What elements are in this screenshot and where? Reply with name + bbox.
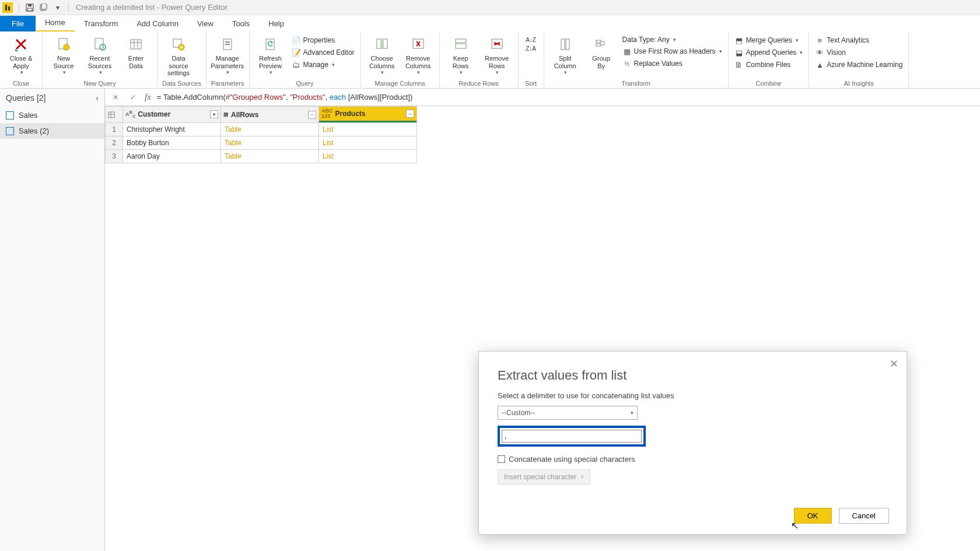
- svg-point-8: [64, 44, 69, 50]
- query-item-sales-2[interactable]: Sales (2): [0, 123, 104, 139]
- ribbon-group-sort: A↓Z Z↓A Sort: [519, 31, 544, 88]
- split-column-icon: [556, 35, 575, 54]
- replace-values-button[interactable]: ½Replace Values: [621, 58, 723, 69]
- merge-icon: ⬒: [734, 36, 744, 45]
- svg-point-17: [180, 46, 183, 48]
- table-row[interactable]: 1 Christopher Wright Table List: [106, 123, 417, 136]
- queries-header: Queries [2]: [6, 93, 46, 103]
- manage-button[interactable]: 🗂Manage: [290, 59, 356, 70]
- svg-rect-23: [380, 39, 384, 48]
- separator: [19, 3, 19, 12]
- custom-delimiter-highlight: [498, 426, 646, 447]
- col-header-products[interactable]: ABC123 Products ↔: [319, 107, 417, 123]
- combine-files-button[interactable]: 🗎Combine Files: [733, 59, 804, 70]
- tab-view[interactable]: View: [188, 16, 223, 31]
- close-icon[interactable]: ✕: [890, 357, 898, 370]
- filter-dropdown-icon[interactable]: ▾: [210, 110, 218, 118]
- extract-values-dialog: ✕ Extract values from list Select a deli…: [478, 351, 907, 535]
- properties-button[interactable]: 📄Properties: [290, 35, 356, 45]
- enter-data-button[interactable]: Enter Data: [120, 34, 152, 69]
- tab-add-column[interactable]: Add Column: [127, 16, 188, 31]
- vision-button[interactable]: 👁Vision: [814, 47, 904, 58]
- close-apply-icon: [12, 35, 30, 54]
- split-column-button[interactable]: Split Column: [549, 34, 582, 75]
- svg-rect-4: [27, 8, 32, 11]
- remove-columns-button[interactable]: Remove Columns: [402, 34, 435, 75]
- save-icon[interactable]: [24, 2, 36, 13]
- expand-icon[interactable]: ↔: [406, 110, 414, 118]
- table-row[interactable]: 2 Bobby Burton Table List: [106, 136, 417, 150]
- merge-queries-button[interactable]: ⬒Merge Queries: [733, 35, 804, 45]
- remove-columns-icon: [409, 35, 428, 54]
- refresh-icon: [261, 35, 280, 54]
- remove-rows-button[interactable]: Remove Rows: [481, 34, 513, 75]
- append-queries-button[interactable]: ⬓Append Queries: [733, 47, 804, 58]
- ribbon-group-reduce-rows: Keep Rows Remove Rows Reduce Rows: [440, 31, 519, 88]
- svg-rect-9: [95, 38, 103, 49]
- cancel-button[interactable]: Cancel: [839, 508, 889, 524]
- svg-rect-26: [456, 42, 466, 44]
- text-analytics-button[interactable]: ≡Text Analytics: [814, 35, 904, 45]
- qat-dropdown-icon[interactable]: ▾: [52, 2, 64, 13]
- svg-rect-1: [8, 6, 10, 10]
- type-text-icon: ABC: [125, 110, 135, 118]
- cancel-formula-icon[interactable]: ✕: [110, 92, 121, 103]
- commit-formula-icon[interactable]: ✓: [127, 92, 139, 103]
- svg-rect-0: [5, 5, 7, 10]
- recent-sources-icon: [90, 35, 109, 54]
- manage-icon: 🗂: [292, 60, 301, 69]
- manage-parameters-button[interactable]: Manage Parameters: [211, 34, 244, 75]
- ribbon-group-parameters: Manage Parameters Parameters: [206, 31, 250, 88]
- tab-file[interactable]: File: [0, 16, 36, 31]
- undo-icon[interactable]: [38, 2, 50, 13]
- tab-home[interactable]: Home: [36, 15, 75, 31]
- data-grid: ABC Customer ▾ ▦ AllRows ↔: [105, 106, 417, 163]
- close-apply-button[interactable]: Close & Apply: [5, 34, 37, 75]
- delimiter-select[interactable]: --Custom--: [498, 406, 638, 420]
- formula-text[interactable]: = Table.AddColumn(#"Grouped Rows", "Prod…: [157, 93, 412, 101]
- collapse-queries-icon[interactable]: ‹: [96, 93, 99, 103]
- svg-rect-29: [566, 39, 569, 50]
- advanced-editor-button[interactable]: 📝Advanced Editor: [290, 47, 356, 58]
- group-by-button[interactable]: Group By: [585, 34, 618, 69]
- tab-transform[interactable]: Transform: [75, 16, 128, 31]
- recent-sources-button[interactable]: Recent Sources: [83, 34, 116, 75]
- new-source-button[interactable]: New Source: [47, 34, 80, 75]
- fx-icon[interactable]: fx: [145, 92, 151, 102]
- sort-asc-button[interactable]: A↓Z: [524, 36, 537, 44]
- gear-icon: [169, 35, 188, 54]
- svg-rect-20: [225, 44, 230, 45]
- enter-data-icon: [127, 35, 145, 54]
- keep-rows-button[interactable]: Keep Rows: [444, 34, 477, 75]
- tab-tools[interactable]: Tools: [223, 16, 259, 31]
- ok-button[interactable]: OK: [794, 508, 832, 524]
- table-row[interactable]: 3 Aaron Day Table List: [106, 150, 417, 163]
- keep-rows-icon: [452, 35, 470, 54]
- custom-delimiter-input[interactable]: [502, 430, 642, 443]
- dialog-subtitle: Select a delimiter to use for concatenat…: [498, 391, 888, 400]
- table-corner[interactable]: [106, 107, 123, 123]
- data-source-settings-button[interactable]: Data source settings: [162, 34, 195, 77]
- choose-columns-icon: [373, 35, 391, 54]
- svg-rect-32: [108, 112, 114, 118]
- table-icon: [6, 127, 14, 135]
- properties-icon: 📄: [292, 36, 301, 45]
- sort-desc-icon: Z↓A: [526, 45, 536, 52]
- col-header-allrows[interactable]: ▦ AllRows ↔: [221, 107, 319, 123]
- svg-rect-21: [266, 39, 274, 50]
- choose-columns-button[interactable]: Choose Columns: [366, 34, 398, 75]
- azure-ml-button[interactable]: ▲Azure Machine Learning: [814, 59, 904, 70]
- ribbon-group-ai-insights: ≡Text Analytics 👁Vision ▲Azure Machine L…: [809, 31, 909, 88]
- tab-help[interactable]: Help: [259, 16, 293, 31]
- first-row-headers-button[interactable]: ▦Use First Row as Headers: [621, 46, 723, 57]
- expand-icon[interactable]: ↔: [308, 111, 316, 119]
- parameters-icon: [218, 35, 237, 54]
- query-item-sales[interactable]: Sales: [0, 107, 104, 123]
- refresh-preview-button[interactable]: Refresh Preview: [254, 34, 287, 75]
- special-chars-checkbox[interactable]: [498, 455, 505, 463]
- col-header-customer[interactable]: ABC Customer ▾: [123, 107, 221, 123]
- separator: [68, 3, 69, 12]
- special-chars-label: Concatenate using special characters: [509, 455, 635, 464]
- data-type-button[interactable]: Data Type: Any: [621, 35, 723, 44]
- sort-desc-button[interactable]: Z↓A: [524, 45, 537, 52]
